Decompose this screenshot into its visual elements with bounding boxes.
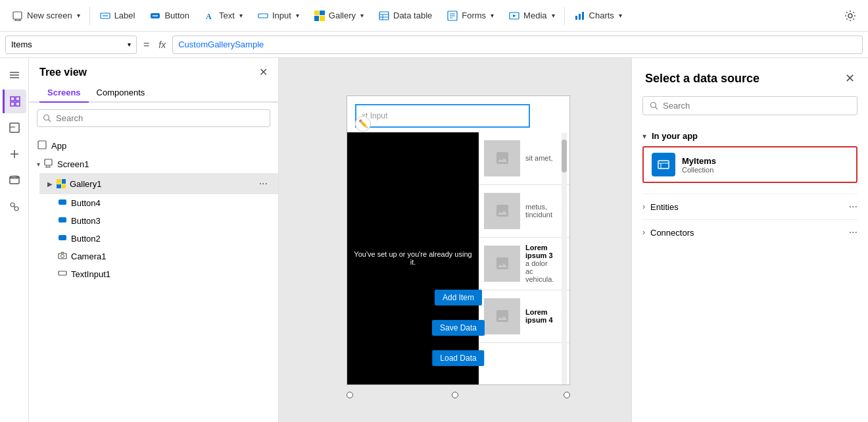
entities-section: › Entities ···: [632, 194, 868, 219]
button-button[interactable]: Button: [143, 4, 196, 28]
svg-rect-9: [258, 14, 268, 18]
tree-item-app[interactable]: App: [29, 136, 278, 155]
input-button[interactable]: Input ▾: [251, 4, 306, 28]
tree-item-button2[interactable]: Button2: [50, 230, 278, 248]
charts-chevron: ▾: [619, 12, 622, 19]
edit-pencil-icon[interactable]: ✏️: [355, 116, 371, 132]
svg-rect-29: [16, 97, 20, 101]
entities-more-button[interactable]: ···: [849, 201, 857, 213]
svg-rect-28: [11, 97, 14, 101]
thumb-4: [484, 298, 520, 334]
gallery-item-1[interactable]: sit amet, ›: [479, 132, 569, 185]
svg-line-40: [14, 206, 15, 207]
tree-search-input[interactable]: [56, 113, 264, 123]
screen1-chevron: ▾: [37, 161, 40, 168]
in-your-app-header[interactable]: ▾ In your app: [642, 126, 857, 146]
ds-search-input[interactable]: [663, 101, 850, 111]
spacer: [632, 183, 868, 194]
ds-title: Select a data source: [645, 72, 760, 86]
svg-rect-44: [45, 159, 52, 165]
screens-nav-button[interactable]: [3, 90, 26, 113]
label-button[interactable]: Label: [93, 4, 142, 28]
datatable-icon: [378, 10, 390, 22]
fx-button[interactable]: fx: [156, 40, 168, 50]
add-nav-button[interactable]: [3, 142, 26, 166]
new-screen-button[interactable]: New screen ▾: [5, 4, 87, 28]
add-item-button[interactable]: Add Item: [435, 290, 482, 305]
ds-item-myitems[interactable]: MyItems Collection: [642, 146, 857, 183]
connectors-section: › Connectors ···: [632, 219, 868, 245]
tree-item-textinput1[interactable]: TextInput1: [50, 265, 278, 283]
tree-item-button3[interactable]: Button3: [50, 212, 278, 230]
tree-panel: Tree view ✕ Screens Components App: [29, 58, 279, 422]
gallery1-icon: [57, 179, 66, 188]
gallery1-more-button[interactable]: ···: [256, 176, 270, 191]
equals-sign: =: [141, 39, 152, 51]
button4-icon: [58, 198, 67, 209]
gallery-item-3[interactable]: Lorem ipsum 3 a dolor ac vehicula. ›: [479, 238, 569, 290]
svg-rect-50: [59, 235, 66, 240]
thumb-3: [484, 246, 520, 282]
gallery-scrollbar[interactable]: [562, 133, 567, 384]
tab-components[interactable]: Components: [89, 84, 153, 103]
connectors-label-group[interactable]: › Connectors: [642, 228, 694, 238]
media-button[interactable]: Media ▾: [502, 4, 561, 28]
tree-item-camera1[interactable]: Camera1: [50, 248, 278, 265]
label-icon: [99, 10, 111, 22]
label-label: Label: [114, 11, 135, 20]
save-data-button[interactable]: Save Data: [432, 320, 485, 336]
tools-nav-button[interactable]: [3, 195, 26, 219]
handle-bm[interactable]: [452, 392, 458, 398]
hamburger-button[interactable]: [3, 63, 26, 87]
text-button[interactable]: A Text ▾: [197, 4, 249, 28]
connectors-more-button[interactable]: ···: [849, 226, 857, 238]
tree-item-screen1[interactable]: ▾ Screen1: [29, 155, 278, 173]
datasource-panel: Select a data source ✕ ▾ In your app MyI…: [631, 58, 868, 422]
connectors-row: › Connectors ···: [642, 219, 857, 245]
myitems-icon: [652, 153, 675, 176]
canvas-textinput[interactable]: xt Input: [355, 104, 530, 128]
datatable-button[interactable]: Data table: [372, 4, 439, 28]
handle-br[interactable]: [564, 392, 570, 398]
gallery-item-4[interactable]: Lorem ipsum 4 ›: [479, 290, 569, 343]
load-data-button[interactable]: Load Data: [432, 350, 484, 366]
button2-label: Button2: [71, 234, 270, 244]
svg-marker-20: [513, 14, 516, 17]
ds-close-button[interactable]: ✕: [845, 71, 855, 86]
ds-search-box: [642, 96, 857, 115]
button2-icon: [58, 233, 67, 244]
entities-label-group[interactable]: › Entities: [642, 202, 679, 212]
dark-overlay: You've set up or you're already using it…: [347, 132, 479, 384]
gallery-item-2[interactable]: metus, tincidunt ›: [479, 185, 569, 238]
formula-input[interactable]: [172, 36, 863, 54]
item1-desc: sit amet,: [525, 154, 556, 162]
gallery-button[interactable]: Gallery ▾: [307, 4, 370, 28]
property-dropdown[interactable]: Items ▾: [5, 36, 137, 54]
textinput1-label: TextInput1: [71, 269, 270, 279]
item4-title: Lorem ipsum 4: [525, 308, 556, 324]
settings-icon: [844, 10, 856, 22]
text-chevron: ▾: [239, 12, 243, 19]
svg-rect-21: [575, 16, 577, 20]
forms-button[interactable]: Forms ▾: [440, 4, 500, 28]
item3-desc: a dolor ac vehicula.: [525, 259, 556, 283]
handle-bl[interactable]: [347, 392, 353, 398]
overlay-text: You've set up or you're already using it…: [347, 244, 479, 273]
components-nav-button[interactable]: [3, 116, 26, 140]
charts-icon: [574, 10, 586, 22]
camera1-label: Camera1: [71, 251, 270, 261]
tab-screens[interactable]: Screens: [39, 84, 89, 103]
gallery-chevron: ▾: [360, 12, 364, 19]
tree-item-button4[interactable]: Button4: [50, 194, 278, 212]
tree-close-button[interactable]: ✕: [259, 66, 268, 78]
tree-item-gallery1[interactable]: ▶ Gallery1 ···: [39, 173, 278, 194]
screens-nav-icon: [9, 95, 21, 107]
item2-desc: metus, tincidunt: [525, 203, 556, 219]
charts-button[interactable]: Charts ▾: [567, 4, 629, 28]
gallery-scrollbar-thumb[interactable]: [562, 140, 567, 172]
search-icon: [43, 114, 52, 123]
entities-chevron: ›: [642, 202, 645, 211]
property-chevron: ▾: [128, 41, 131, 48]
data-nav-button[interactable]: [3, 169, 26, 192]
settings-button[interactable]: [838, 4, 863, 28]
